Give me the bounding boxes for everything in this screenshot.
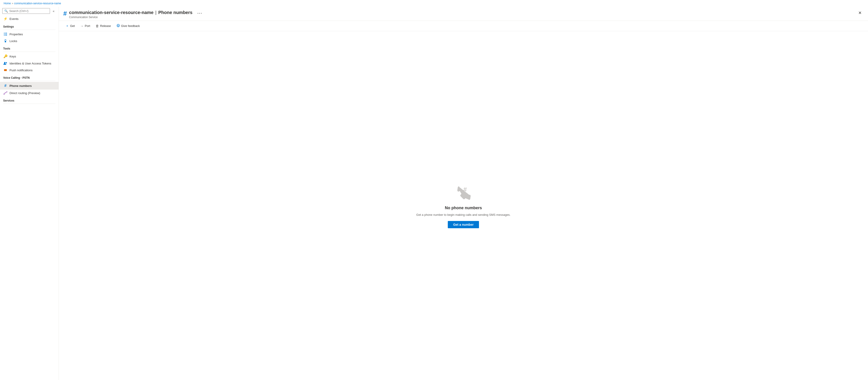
svg-rect-5 [5,35,7,35]
get-button[interactable]: ＋ Get [63,23,77,29]
phone-numbers-title: Phone numbers [158,10,192,15]
breadcrumb: Home > communication-service-resource-na… [0,0,868,7]
svg-rect-9 [4,69,7,71]
trash-icon: 🗑 [96,24,99,28]
page-header-text: communication-service-resource-name | Ph… [69,9,857,19]
empty-state-description: Get a phone number to begin making calls… [416,213,510,216]
page-header-title: communication-service-resource-name | Ph… [69,9,857,16]
sidebar-item-direct-routing[interactable]: Direct routing (Preview) [0,90,59,96]
sidebar-item-phone-numbers[interactable]: # Phone numbers [0,82,59,90]
plus-icon: ＋ [66,24,69,28]
search-input[interactable] [9,9,48,13]
more-options-button[interactable]: ... [195,9,204,16]
sidebar-item-label: Keys [9,55,16,58]
sidebar-item-label: Phone numbers [9,84,32,88]
give-feedback-button[interactable]: Give feedback [114,23,142,29]
sidebar-item-locks[interactable]: Locks [0,37,59,44]
title-pipe: | [155,10,156,15]
lock-icon [3,39,8,43]
collapse-sidebar-button[interactable]: « [51,8,56,14]
port-label: Port [85,24,90,28]
sidebar-item-identities[interactable]: Identities & User Access Tokens [0,60,59,67]
sidebar-item-label: Locks [9,39,17,43]
resource-name-title: communication-service-resource-name [69,10,153,15]
toolbar: ＋ Get → Port 🗑 Release Give feedback [59,21,868,31]
page-header-icon: # [63,10,67,17]
identities-icon [3,61,8,65]
sidebar-item-label: Events [9,17,19,21]
release-label: Release [100,24,111,28]
content-area: # communication-service-resource-name | … [59,7,868,380]
search-box[interactable]: 🔍 [2,8,50,14]
svg-text:#: # [463,186,467,193]
services-divider [3,104,55,104]
release-button[interactable]: 🗑 Release [93,23,113,29]
settings-divider [3,30,55,30]
sidebar-item-label: Push notifications [9,68,33,72]
sidebar-item-label: Direct routing (Preview) [9,91,40,95]
svg-rect-10 [4,70,6,70]
svg-rect-1 [5,33,7,33]
routing-icon [3,91,8,95]
sidebar: 🔍 « ⚡ Events Settings Properties Locks [0,7,59,380]
page-header-subtitle: Communication Service [69,16,857,19]
give-feedback-label: Give feedback [121,24,140,28]
sidebar-item-keys[interactable]: 🔑 Keys [0,53,59,60]
arrow-icon: → [80,24,84,28]
search-icon: 🔍 [4,9,8,13]
empty-state-title: No phone numbers [445,206,482,210]
svg-rect-4 [4,35,5,35]
key-icon: 🔑 [3,54,8,58]
voice-section-label: Voice Calling - PSTN [0,74,59,80]
breadcrumb-sep: > [12,2,13,5]
svg-rect-0 [4,33,5,33]
phone-hash-illustration: # [455,184,471,200]
hash-icon: # [3,84,8,88]
svg-point-16 [117,25,118,26]
get-number-button[interactable]: Get a number [448,221,479,228]
empty-state-icon: # [454,183,472,201]
svg-point-14 [6,91,7,92]
services-section-label: Services [0,96,59,103]
sidebar-item-push[interactable]: Push notifications [0,67,59,74]
sidebar-item-label: Properties [9,33,23,36]
lightning-icon: ⚡ [3,17,8,21]
voice-divider [3,81,55,81]
svg-rect-3 [5,34,7,34]
feedback-icon [116,24,120,28]
empty-state: # No phone numbers Get a phone number to… [407,174,520,237]
sidebar-item-properties[interactable]: Properties [0,31,59,37]
svg-rect-2 [4,34,5,34]
breadcrumb-home[interactable]: Home [4,2,11,5]
sidebar-item-events[interactable]: ⚡ Events [0,15,59,22]
svg-point-17 [119,25,119,26]
sidebar-item-label: Identities & User Access Tokens [9,62,51,65]
breadcrumb-resource[interactable]: communication-service-resource-name [14,2,61,5]
port-button[interactable]: → Port [78,23,92,29]
svg-point-8 [6,62,7,63]
close-button[interactable]: ✕ [857,9,864,16]
get-label: Get [70,24,75,28]
main-content: # No phone numbers Get a phone number to… [59,31,868,380]
search-row: 🔍 « [0,7,59,15]
tools-divider [3,52,55,52]
svg-point-7 [4,62,5,63]
properties-icon [3,32,8,36]
tools-section-label: Tools [0,44,59,51]
svg-rect-11 [4,70,6,71]
page-header: # communication-service-resource-name | … [59,7,868,21]
svg-rect-6 [5,41,6,42]
settings-section-label: Settings [0,22,59,29]
push-icon [3,68,8,72]
